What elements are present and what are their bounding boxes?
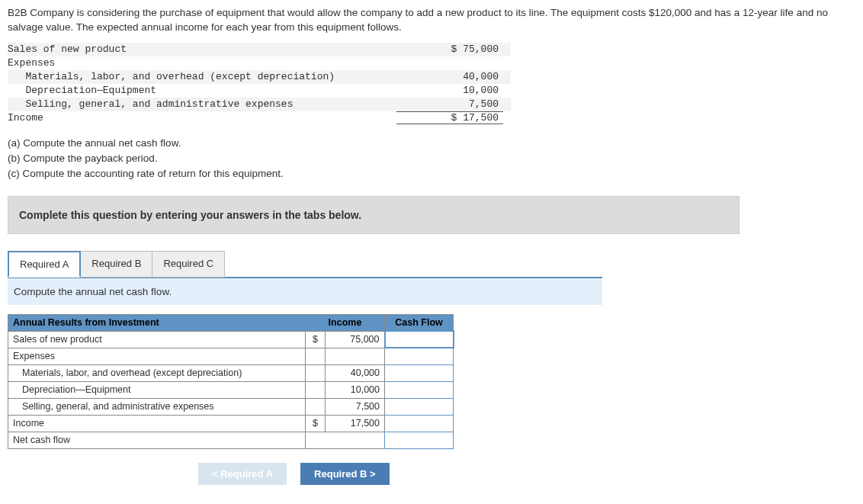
row-label: Expenses xyxy=(8,348,306,364)
row-cashflow-input[interactable] xyxy=(385,432,454,448)
table-row: Materials, labor, and overhead (except d… xyxy=(8,364,454,381)
row-label: Sales of new product xyxy=(8,331,306,348)
row-currency: $ xyxy=(306,331,326,348)
row-income-value: 17,500 xyxy=(326,415,385,432)
row-income-value xyxy=(326,432,385,448)
prev-button[interactable]: < Required A xyxy=(198,463,287,485)
given-row-value: 10,000 xyxy=(396,85,503,96)
given-row-label: Selling, general, and administrative exp… xyxy=(8,98,396,110)
tab-required-a[interactable]: Required A xyxy=(8,251,81,278)
tab-required-c[interactable]: Required C xyxy=(152,251,225,278)
table-row: Depreciation—Equipment 10,000 xyxy=(8,381,454,398)
answer-table: Annual Results from Investment Income Ca… xyxy=(8,314,454,449)
row-currency xyxy=(306,348,326,364)
row-currency xyxy=(306,398,326,415)
table-row: Net cash flow xyxy=(8,432,454,448)
given-row-value: 40,000 xyxy=(396,71,503,82)
row-income-value: 10,000 xyxy=(326,381,385,398)
table-row: Sales of new product $ 75,000 xyxy=(8,331,454,348)
given-row-value: $ 75,000 xyxy=(396,43,503,55)
table-row: Selling, general, and administrative exp… xyxy=(8,398,454,415)
table-row: Expenses xyxy=(8,348,454,364)
header-main: Annual Results from Investment xyxy=(8,314,306,331)
row-label: Materials, labor, and overhead (except d… xyxy=(8,364,306,381)
given-row-value: 7,500 xyxy=(396,98,503,110)
instruction-bar: Complete this question by entering your … xyxy=(8,196,739,234)
row-cashflow-input[interactable] xyxy=(385,364,454,381)
row-cashflow-cell xyxy=(385,415,454,432)
question-c: (c) Compute the accounting rate of retur… xyxy=(8,166,855,181)
question-b: (b) Compute the payback period. xyxy=(8,151,855,166)
row-label: Depreciation—Equipment xyxy=(8,381,306,398)
row-income-value: 7,500 xyxy=(326,398,385,415)
row-currency: $ xyxy=(306,415,326,432)
given-row-value: $ 17,500 xyxy=(396,111,503,124)
given-row-label: Income xyxy=(8,112,396,124)
row-label: Selling, general, and administrative exp… xyxy=(8,398,306,415)
problem-intro: B2B Company is considering the purchase … xyxy=(8,6,846,35)
given-row-label: Expenses xyxy=(8,57,396,69)
row-label: Net cash flow xyxy=(8,432,306,448)
nav-buttons: < Required A Required B > xyxy=(8,463,855,485)
tab-strip: Required A Required B Required C xyxy=(8,251,855,278)
header-income: Income xyxy=(306,314,385,331)
row-cashflow-input[interactable] xyxy=(385,398,454,415)
row-cashflow-cell xyxy=(385,348,454,364)
question-a: (a) Compute the annual net cash flow. xyxy=(8,136,855,151)
tab-required-b[interactable]: Required B xyxy=(80,251,152,278)
next-button[interactable]: Required B > xyxy=(300,463,390,485)
row-income-value: 40,000 xyxy=(326,364,385,381)
row-currency xyxy=(306,432,326,448)
row-income-value xyxy=(326,348,385,364)
row-income-value: 75,000 xyxy=(326,331,385,348)
given-data-table: Sales of new product$ 75,000 Expenses Ma… xyxy=(8,43,511,125)
question-list: (a) Compute the annual net cash flow. (b… xyxy=(8,136,855,182)
row-currency xyxy=(306,364,326,381)
sub-instruction: Compute the annual net cash flow. xyxy=(8,278,602,305)
table-row: Income $ 17,500 xyxy=(8,415,454,432)
row-cashflow-input[interactable] xyxy=(385,331,454,348)
row-label: Income xyxy=(8,415,306,432)
given-row-label: Sales of new product xyxy=(8,43,396,55)
given-row-label: Materials, labor, and overhead (except d… xyxy=(8,71,396,82)
given-row-label: Depreciation—Equipment xyxy=(8,85,396,96)
row-cashflow-input[interactable] xyxy=(385,381,454,398)
header-cashflow: Cash Flow xyxy=(385,314,454,331)
row-currency xyxy=(306,381,326,398)
